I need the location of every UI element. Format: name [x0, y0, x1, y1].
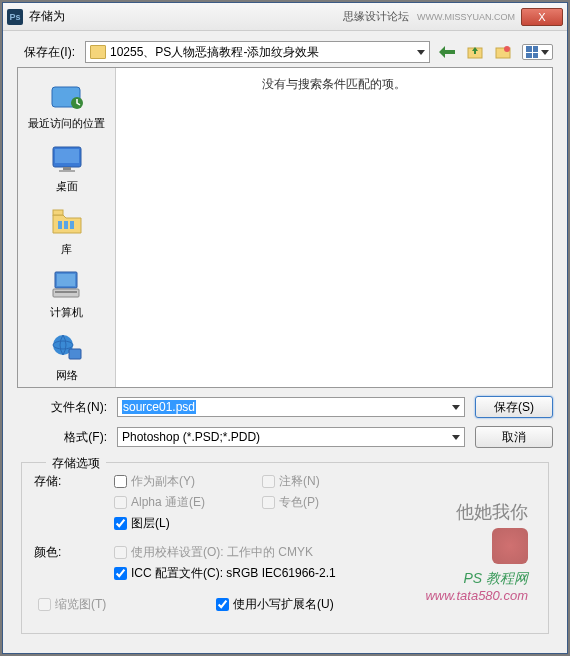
- format-label: 格式(F):: [17, 429, 117, 446]
- folder-name: 10255、PS人物恶搞教程-添加纹身效果: [110, 44, 319, 61]
- watermark-line2: www.tata580.com: [425, 588, 528, 603]
- svg-rect-16: [55, 291, 77, 293]
- sidebar-item-label: 桌面: [56, 179, 78, 194]
- up-folder-button[interactable]: [466, 43, 484, 61]
- format-row: 格式(F): Photoshop (*.PSD;*.PDD) 取消: [17, 426, 553, 448]
- places-sidebar: 最近访问的位置 桌面 库: [18, 68, 116, 387]
- sidebar-item-label: 最近访问的位置: [28, 116, 105, 131]
- color-label: 颜色:: [34, 544, 114, 586]
- svg-rect-11: [64, 221, 68, 229]
- folder-dropdown[interactable]: 10255、PS人物恶搞教程-添加纹身效果: [85, 41, 430, 63]
- watermark-chinese: 他她我你: [425, 502, 528, 522]
- forum-name: 思缘设计论坛: [343, 9, 409, 24]
- sidebar-item-recent[interactable]: 最近访问的位置: [24, 74, 110, 135]
- watermark-line1: PS 教程网: [425, 570, 528, 588]
- options-title: 存储选项: [46, 455, 106, 472]
- alpha-checkbox: Alpha 通道(E): [114, 494, 244, 511]
- sidebar-item-label: 网络: [56, 368, 78, 383]
- sidebar-item-network[interactable]: 网络: [24, 326, 110, 387]
- chevron-down-icon: [541, 50, 549, 55]
- sidebar-item-libraries[interactable]: 库: [24, 200, 110, 261]
- svg-rect-7: [63, 167, 71, 170]
- empty-message: 没有与搜索条件匹配的项。: [124, 76, 544, 93]
- chevron-down-icon: [452, 435, 460, 440]
- chevron-down-icon: [452, 405, 460, 410]
- save-in-label: 保存在(I):: [17, 44, 85, 61]
- save-as-dialog: Ps 存储为 思缘设计论坛 WWW.MISSYUAN.COM X 保存在(I):…: [2, 2, 568, 654]
- svg-rect-12: [70, 221, 74, 229]
- recent-icon: [47, 78, 87, 114]
- svg-rect-19: [69, 349, 81, 359]
- titlebar: Ps 存储为 思缘设计论坛 WWW.MISSYUAN.COM X: [3, 3, 567, 31]
- folder-icon: [90, 45, 106, 59]
- svg-rect-10: [58, 221, 62, 229]
- computer-icon: [47, 267, 87, 303]
- window-title: 存储为: [29, 8, 343, 25]
- watermark: 他她我你 PS 教程网 www.tata580.com: [425, 502, 528, 603]
- svg-rect-6: [55, 149, 79, 163]
- chevron-down-icon: [417, 50, 425, 55]
- layers-checkbox[interactable]: 图层(L): [114, 515, 244, 532]
- storage-label: 存储:: [34, 473, 114, 536]
- grid-icon: [526, 46, 538, 58]
- desktop-icon: [47, 141, 87, 177]
- svg-point-2: [504, 46, 510, 52]
- cancel-button[interactable]: 取消: [475, 426, 553, 448]
- as-copy-checkbox[interactable]: 作为副本(Y): [114, 473, 244, 490]
- filename-label: 文件名(N):: [17, 399, 117, 416]
- sidebar-item-label: 计算机: [50, 305, 83, 320]
- save-in-row: 保存在(I): 10255、PS人物恶搞教程-添加纹身效果: [17, 41, 553, 63]
- filename-row: 文件名(N): source01.psd 保存(S): [17, 396, 553, 418]
- url-badge: WWW.MISSYUAN.COM: [417, 12, 515, 22]
- filename-input[interactable]: source01.psd: [117, 397, 465, 417]
- file-list[interactable]: 没有与搜索条件匹配的项。: [116, 68, 552, 387]
- libraries-icon: [47, 204, 87, 240]
- network-icon: [47, 330, 87, 366]
- svg-rect-9: [53, 210, 63, 215]
- svg-rect-8: [59, 170, 75, 172]
- svg-rect-14: [57, 274, 75, 286]
- filename-value: source01.psd: [122, 400, 196, 414]
- view-mode-button[interactable]: [522, 44, 553, 60]
- format-dropdown[interactable]: Photoshop (*.PSD;*.PDD): [117, 427, 465, 447]
- back-button[interactable]: [438, 43, 456, 61]
- notes-checkbox: 注释(N): [262, 473, 392, 490]
- file-browser: 最近访问的位置 桌面 库: [17, 67, 553, 388]
- sidebar-item-computer[interactable]: 计算机: [24, 263, 110, 324]
- watermark-seal-icon: [492, 528, 528, 564]
- new-folder-button[interactable]: [494, 43, 512, 61]
- thumbnail-checkbox: 缩览图(T): [38, 596, 198, 613]
- dialog-content: 保存在(I): 10255、PS人物恶搞教程-添加纹身效果: [3, 31, 567, 653]
- save-button[interactable]: 保存(S): [475, 396, 553, 418]
- spot-checkbox: 专色(P): [262, 494, 392, 511]
- toolbar: [438, 43, 553, 61]
- save-options-panel: 存储选项 存储: 作为副本(Y) 注释(N) Alpha 通道(E) 专色(P)…: [21, 462, 549, 634]
- format-value: Photoshop (*.PSD;*.PDD): [122, 430, 260, 444]
- close-button[interactable]: X: [521, 8, 563, 26]
- photoshop-icon: Ps: [7, 9, 23, 25]
- lowercase-checkbox[interactable]: 使用小写扩展名(U): [216, 596, 346, 613]
- sidebar-item-label: 库: [61, 242, 72, 257]
- sidebar-item-desktop[interactable]: 桌面: [24, 137, 110, 198]
